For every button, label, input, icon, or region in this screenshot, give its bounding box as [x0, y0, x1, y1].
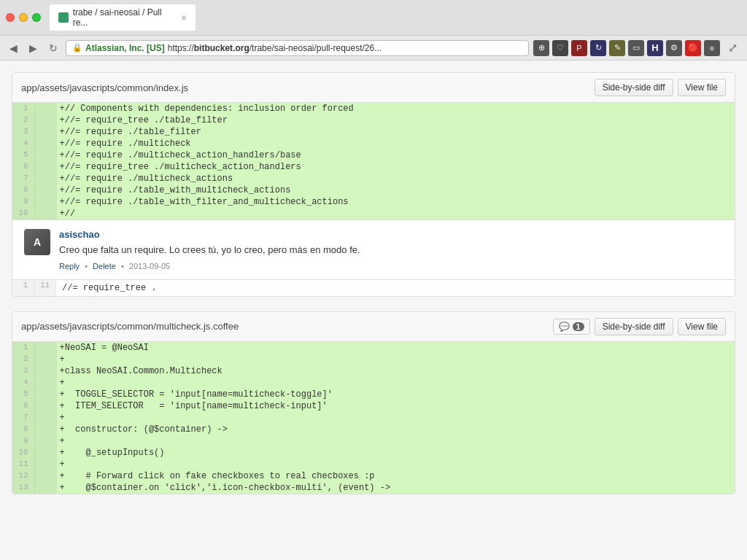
addon-icon-9[interactable]: 🔴 [685, 40, 701, 56]
table-row: 5+//= require ./multicheck_action_handle… [12, 149, 735, 161]
line-num-old: 8 [12, 424, 34, 435]
line-num-old: 11 [12, 459, 34, 470]
tab-close-icon[interactable]: ✕ [181, 14, 187, 22]
table-row: 7+ [12, 412, 735, 424]
line-num-new [34, 424, 56, 435]
minimize-button[interactable] [19, 13, 28, 22]
comment-badge-2: 💬 1 [553, 319, 590, 335]
browser-toolbar: ◀ ▶ ↻ 🔒 Atlassian, Inc. [US] https://bit… [0, 36, 747, 60]
tab-favicon [58, 12, 69, 23]
maximize-button[interactable] [32, 13, 41, 22]
line-num-new [34, 173, 56, 184]
code-content: + TOGGLE_SELECTOR = 'input[name=multiche… [56, 389, 735, 400]
addon-icon-5[interactable]: ✎ [609, 40, 625, 56]
close-button[interactable] [6, 13, 15, 22]
side-by-side-button-1[interactable]: Side-by-side diff [595, 79, 673, 96]
code-content: + @$container.on 'click','i.icon-checkbo… [56, 482, 735, 494]
side-by-side-button-2[interactable]: Side-by-side diff [595, 318, 673, 335]
line-num-old: 7 [12, 412, 34, 424]
line-num-old: 10 [12, 447, 34, 459]
table-row: 7+//= require ./multicheck_actions [12, 173, 735, 184]
comment-author-1[interactable]: asischao [59, 229, 723, 240]
line-num-new [34, 196, 56, 208]
table-row: 9+ [12, 435, 735, 447]
line-num-old: 8 [12, 184, 34, 196]
address-bar[interactable]: 🔒 Atlassian, Inc. [US] https://bitbucket… [66, 40, 529, 56]
reply-link-1[interactable]: Reply [59, 262, 80, 271]
code-content: +//= require ./multicheck_actions [56, 173, 735, 184]
code-table-2: 1+NeoSAI = @NeoSAI2+3+class NeoSAI.Commo… [12, 342, 735, 494]
line-num-old: 4 [12, 138, 34, 149]
table-row: 3+class NeoSAI.Common.Multicheck [12, 365, 735, 377]
browser-tab[interactable]: trabe / sai-neosai / Pull re... ✕ [50, 4, 196, 31]
addon-icon-4[interactable]: ↻ [590, 40, 606, 56]
context-line-1: 1 11 //= require_tree . [12, 280, 735, 296]
line-num-old: 7 [12, 173, 34, 184]
addon-icon-2[interactable]: ♡ [552, 40, 568, 56]
line-num-old: 2 [12, 114, 34, 126]
delete-link-1[interactable]: Delete [93, 262, 116, 271]
line-num-old: 6 [12, 400, 34, 412]
line-num-old: 3 [12, 365, 34, 377]
comment-date-1: 2013-09-05 [129, 262, 170, 271]
page-content: app/assets/javascripts/common/index.js S… [0, 61, 747, 560]
addon-icon-1[interactable]: ⊕ [533, 40, 549, 56]
diff-actions-1: Side-by-side diff View file [595, 79, 726, 96]
addon-icon-8[interactable]: ⚙ [666, 40, 682, 56]
diff-filename-2: app/assets/javascripts/common/multicheck… [21, 321, 239, 332]
table-row: 9+//= require ./table_with_filter_and_mu… [12, 196, 735, 208]
code-content: + # Forward click on fake checkboxes to … [56, 470, 735, 482]
table-row: 8+ constructor: (@$container) -> [12, 424, 735, 435]
view-file-button-2[interactable]: View file [678, 318, 726, 335]
code-content: +//= require_tree ./table_filter [56, 114, 735, 126]
forward-button[interactable]: ▶ [26, 41, 41, 55]
comment-block-1: A asischao Creo que falta un require. Lo… [12, 219, 735, 280]
diff-header-1: app/assets/javascripts/common/index.js S… [12, 73, 735, 103]
table-row: 1+// Components with dependencies: inclu… [12, 103, 735, 114]
table-row: 11+ [12, 459, 735, 470]
table-row: 10+// [12, 208, 735, 219]
expand-button[interactable]: ⤢ [724, 39, 741, 56]
line-num-new [34, 412, 56, 424]
code-content: + [56, 435, 735, 447]
table-row: 5+ TOGGLE_SELECTOR = 'input[name=multich… [12, 389, 735, 400]
code-content: +//= require_tree ./multicheck_action_ha… [56, 161, 735, 173]
browser-chrome: trabe / sai-neosai / Pull re... ✕ ◀ ▶ ↻ … [0, 0, 747, 61]
line-num-new [34, 138, 56, 149]
secure-icon: 🔒 [72, 43, 82, 52]
line-num-new [34, 184, 56, 196]
context-old-num: 1 [12, 280, 34, 296]
code-content: +// Components with dependencies: inclus… [56, 103, 735, 114]
browser-titlebar: trabe / sai-neosai / Pull re... ✕ [0, 0, 747, 36]
line-num-old: 3 [12, 126, 34, 138]
line-num-old: 5 [12, 149, 34, 161]
diff-header-2: app/assets/javascripts/common/multicheck… [12, 312, 735, 342]
addon-icon-3[interactable]: P [571, 40, 587, 56]
menu-button[interactable]: ≡ [704, 40, 720, 56]
line-num-new [34, 354, 56, 365]
code-content: + @_setupInputs() [56, 447, 735, 459]
diff-actions-2: 💬 1 Side-by-side diff View file [553, 318, 726, 335]
avatar-1: A [24, 229, 50, 255]
line-num-new [34, 435, 56, 447]
comment-body-1: asischao Creo que falta un require. Lo c… [59, 229, 723, 271]
code-content: +//= require ./multicheck_action_handler… [56, 149, 735, 161]
table-row: 8+//= require ./table_with_multicheck_ac… [12, 184, 735, 196]
comment-text-1: Creo que falta un require. Lo crees tú, … [59, 243, 723, 257]
refresh-button[interactable]: ↻ [45, 41, 61, 55]
view-file-button-1[interactable]: View file [678, 79, 726, 96]
line-num-old: 6 [12, 161, 34, 173]
line-num-new [34, 342, 56, 354]
addon-icon-7[interactable]: H [647, 40, 663, 56]
code-content: +//= require ./multicheck [56, 138, 735, 149]
line-num-new [34, 126, 56, 138]
line-num-new [34, 114, 56, 126]
back-button[interactable]: ◀ [6, 41, 21, 55]
code-content: + constructor: (@$container) -> [56, 424, 735, 435]
comment-meta-1: Reply • Delete • 2013-09-05 [59, 262, 723, 271]
line-num-new [34, 365, 56, 377]
line-num-new [34, 447, 56, 459]
addon-icon-6[interactable]: ▭ [628, 40, 644, 56]
line-num-new [34, 161, 56, 173]
code-content: + [56, 354, 735, 365]
